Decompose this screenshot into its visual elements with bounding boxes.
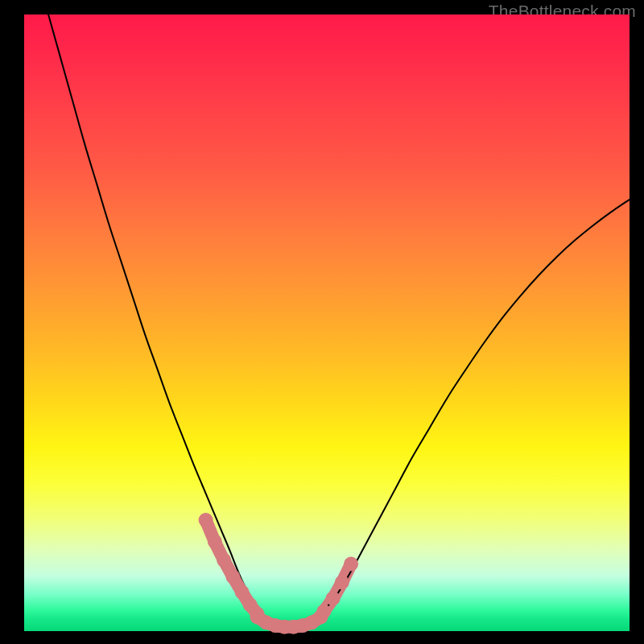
- series-thick-point: [335, 575, 349, 589]
- series-thin: [48, 14, 266, 618]
- series-thick-point: [344, 557, 358, 572]
- series-thin: [308, 200, 630, 622]
- chart-svg: [24, 14, 630, 631]
- series-thick-point: [225, 570, 240, 584]
- series-thick-point: [235, 585, 250, 600]
- series-thick-point: [217, 553, 231, 568]
- chart-stage: TheBottleneck.com: [0, 0, 644, 644]
- series-thick-point: [208, 535, 222, 549]
- plot-area: [24, 14, 630, 631]
- series-thick-point: [316, 604, 331, 618]
- series-thick-point: [199, 513, 213, 527]
- series-thick-point: [326, 591, 341, 605]
